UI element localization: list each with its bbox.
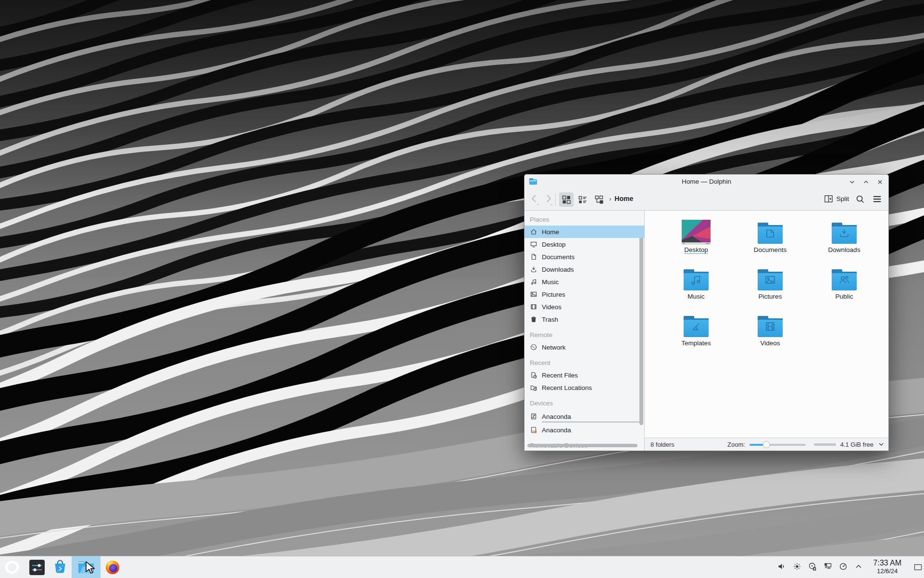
sidebar-item-network[interactable]: Network <box>524 341 644 353</box>
file-view[interactable]: Desktop Documents Downloads Music Pictur… <box>645 211 888 438</box>
folder-label: Templates <box>681 339 711 347</box>
sidebar-item-label: Recent Files <box>542 372 578 379</box>
sidebar-item-recent-locations[interactable]: Recent Locations <box>524 381 644 394</box>
back-icon <box>528 193 541 206</box>
show-desktop-button[interactable] <box>914 556 922 578</box>
icons-view-icon <box>561 194 572 205</box>
details-view-button[interactable] <box>575 192 590 207</box>
window-title: Home — Dolphin <box>524 178 888 185</box>
folder-icon <box>683 311 710 338</box>
sidebar-section-header-devices: Devices <box>524 398 644 409</box>
folder-item-desktop[interactable]: Desktop <box>659 218 733 264</box>
recent-folder-icon <box>530 384 537 391</box>
music-icon <box>530 278 537 286</box>
drive-b-icon <box>530 426 537 434</box>
discover-icon <box>51 559 69 576</box>
network-icon <box>530 343 537 351</box>
folder-label: Downloads <box>828 246 861 253</box>
folder-icon <box>831 218 858 245</box>
statusbar: 8 folders Zoom: 4.1 GiB free <box>645 438 888 451</box>
desktop-icon <box>530 240 537 248</box>
document-icon <box>530 253 537 261</box>
sidebar-item-trash[interactable]: Trash <box>524 313 644 326</box>
folder-icon <box>757 218 784 245</box>
sidebar-item-downloads[interactable]: Downloads <box>524 263 644 276</box>
system-settings-button[interactable] <box>29 560 45 577</box>
expand-tray-icon[interactable] <box>854 562 863 573</box>
close-icon <box>877 179 883 185</box>
sidebar-item-recent-files[interactable]: Recent Files <box>524 369 644 381</box>
taskbar-dolphin-active[interactable] <box>72 556 100 578</box>
dolphin-window: Home — Dolphin › Home Split <box>524 174 889 451</box>
breadcrumb[interactable]: › Home <box>609 195 633 202</box>
volume-icon[interactable] <box>777 562 787 573</box>
folder-item-templates[interactable]: Templates <box>659 311 733 358</box>
brightness-icon[interactable] <box>792 562 802 573</box>
sidebar-item-videos[interactable]: Videos <box>524 301 644 313</box>
split-button-label: Split <box>837 195 849 202</box>
sidebar-item-label: Pictures <box>542 291 565 298</box>
sidebar-item-music[interactable]: Music <box>524 276 644 288</box>
sidebar-item-label: Desktop <box>542 241 566 248</box>
disc-icon[interactable] <box>808 562 817 573</box>
minimize-button[interactable] <box>848 178 856 186</box>
application-launcher-button[interactable] <box>3 558 21 578</box>
sidebar-item-pictures[interactable]: Pictures <box>524 288 644 301</box>
forward-button[interactable] <box>542 193 554 206</box>
forward-icon <box>542 193 554 206</box>
breadcrumb-location[interactable]: Home <box>614 195 633 202</box>
sidebar-item-desktop[interactable]: Desktop <box>524 238 644 251</box>
folder-item-documents[interactable]: Documents <box>733 218 807 264</box>
titlebar[interactable]: Home — Dolphin <box>524 175 888 189</box>
sidebar-item-label: Music <box>542 278 559 286</box>
folder-item-pictures[interactable]: Pictures <box>733 264 807 311</box>
split-button[interactable]: Split <box>824 194 849 204</box>
details-view-icon <box>577 194 588 205</box>
sidebar-item-documents[interactable]: Documents <box>524 251 644 263</box>
toolbar: › Home Split <box>524 189 888 211</box>
home-icon <box>530 228 537 236</box>
discover-button[interactable] <box>51 559 69 578</box>
folder-icon <box>757 264 784 291</box>
system-settings-icon <box>29 560 45 575</box>
folder-item-music[interactable]: Music <box>659 264 733 311</box>
show-desktop-icon <box>914 563 922 571</box>
chevron-down-icon[interactable] <box>878 441 885 448</box>
gauge-icon[interactable] <box>838 562 848 573</box>
sidebar-item-label: Anaconda <box>542 427 571 434</box>
hamburger-menu-button[interactable] <box>872 194 882 206</box>
folder-item-public[interactable]: Public <box>807 264 881 311</box>
tree-view-button[interactable] <box>592 192 606 207</box>
sidebar-item-home[interactable]: Home <box>524 226 644 238</box>
firefox-icon <box>104 559 121 576</box>
folder-item-downloads[interactable]: Downloads <box>807 218 881 264</box>
zoom-slider[interactable] <box>749 441 806 448</box>
folder-label: Videos <box>760 339 780 347</box>
sidebar: PlacesHomeDesktopDocumentsDownloadsMusic… <box>524 211 645 451</box>
zoom-slider-handle[interactable] <box>762 441 770 448</box>
tree-view-icon <box>594 194 604 205</box>
sidebar-item-anaconda[interactable]: Anaconda <box>524 424 644 436</box>
folder-item-videos[interactable]: Videos <box>733 311 807 358</box>
network-wired-icon[interactable] <box>823 562 833 573</box>
split-view-icon <box>824 194 834 204</box>
back-button[interactable] <box>528 193 541 206</box>
firefox-button[interactable] <box>104 559 121 578</box>
sidebar-item-label: Trash <box>542 316 558 323</box>
sidebar-item-label: Videos <box>542 303 562 311</box>
toolbar-separator <box>555 193 556 206</box>
search-button[interactable] <box>855 194 865 206</box>
icons-view-button[interactable] <box>559 192 574 207</box>
sidebar-item-anaconda[interactable]: Anaconda <box>524 409 644 424</box>
sidebar-horizontal-scrollbar[interactable] <box>527 444 637 447</box>
sidebar-item-label: Recent Locations <box>542 384 592 391</box>
free-space-bar <box>814 443 836 446</box>
item-count: 8 folders <box>650 441 674 448</box>
maximize-button[interactable] <box>862 178 870 186</box>
trash-icon <box>530 315 537 323</box>
folder-label: Public <box>836 293 853 300</box>
digital-clock[interactable]: 7:33 AM 12/6/24 <box>873 558 901 575</box>
folder-icon <box>683 264 710 291</box>
taskbar: 7:33 AM 12/6/24 <box>0 556 924 578</box>
close-button[interactable] <box>876 178 884 186</box>
